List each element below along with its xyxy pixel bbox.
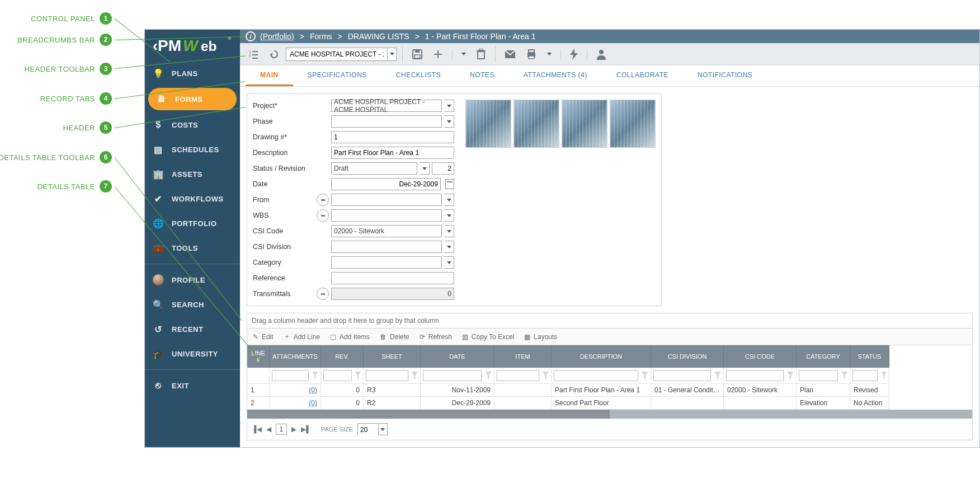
calendar-icon[interactable]: [445, 179, 454, 189]
col-date[interactable]: DATE: [421, 345, 494, 368]
tab-notes[interactable]: NOTES: [455, 65, 509, 86]
filter-icon[interactable]: [312, 372, 318, 379]
sidebar-item-assets[interactable]: 🏢ASSETS: [145, 162, 240, 186]
col-category[interactable]: CATEGORY: [797, 345, 850, 368]
filter-input[interactable]: [799, 370, 838, 381]
add-items-button[interactable]: ▢Add Items: [330, 332, 370, 341]
reference-input[interactable]: [331, 272, 454, 284]
list-numbered-icon[interactable]: 12: [246, 46, 262, 63]
project-field[interactable]: ACME HOSPITAL PROJECT - ACME HOSPITAL: [331, 100, 442, 112]
filter-input[interactable]: [554, 370, 638, 381]
sidebar-item-plans[interactable]: 💡PLANS: [145, 61, 240, 86]
cell[interactable]: R2: [364, 397, 421, 410]
category-field[interactable]: [331, 256, 442, 269]
filter-input[interactable]: [366, 370, 408, 381]
thumbnail-icon[interactable]: [465, 100, 511, 148]
status-field[interactable]: Draft: [331, 162, 417, 175]
cell[interactable]: Revised: [850, 384, 889, 397]
thumbnail-icon[interactable]: [513, 100, 559, 148]
cell[interactable]: Part First Floor Plan - Area 1: [552, 384, 651, 397]
col-csidivision[interactable]: CSI DIVISION: [651, 345, 724, 368]
filter-icon[interactable]: [543, 372, 549, 379]
attachments-link[interactable]: (0): [309, 386, 317, 394]
filter-icon[interactable]: [642, 372, 648, 379]
filter-icon[interactable]: [412, 372, 418, 379]
layouts-button[interactable]: ▦Layouts: [524, 332, 557, 341]
delete-line-button[interactable]: 🗑Delete: [380, 332, 409, 341]
cell[interactable]: 1: [247, 384, 270, 397]
prev-page-icon[interactable]: ◀: [266, 425, 271, 433]
cell[interactable]: No Action: [850, 397, 889, 410]
dropdown-icon[interactable]: [420, 162, 430, 175]
filter-icon[interactable]: [787, 372, 794, 379]
attachments-link[interactable]: (0): [309, 399, 317, 407]
bolt-icon[interactable]: [567, 45, 581, 63]
cell[interactable]: Elevation: [797, 397, 850, 410]
tab-collaborate[interactable]: COLLABORATE: [602, 65, 683, 86]
tab-notifications[interactable]: NOTIFICATIONS: [683, 65, 767, 86]
first-page-icon[interactable]: ▐◀: [252, 425, 262, 433]
edit-button[interactable]: ✎Edit: [253, 332, 274, 341]
email-button[interactable]: [501, 46, 519, 62]
cell[interactable]: 01 - General Conditions: [651, 384, 724, 397]
add-line-button[interactable]: ＋Add Line: [284, 332, 320, 341]
group-by-hint[interactable]: Drag a column header and drop it here to…: [247, 313, 972, 329]
thumbnail-icon[interactable]: [562, 100, 607, 148]
col-line[interactable]: LINE #: [247, 345, 270, 368]
info-icon[interactable]: i: [246, 31, 256, 41]
cell[interactable]: 2: [247, 397, 270, 410]
description-input[interactable]: [331, 147, 454, 159]
filter-icon[interactable]: [714, 372, 721, 379]
horizontal-scrollbar[interactable]: [247, 410, 972, 419]
refresh-button[interactable]: ⟳Refresh: [420, 332, 452, 341]
sidebar-item-exit[interactable]: ⎋EXIT: [145, 373, 240, 398]
dropdown-icon[interactable]: [444, 209, 454, 222]
drawingno-input[interactable]: [331, 131, 454, 143]
thumbnail-icon[interactable]: [610, 100, 656, 148]
col-rev[interactable]: REV.: [321, 345, 364, 368]
sidebar-item-costs[interactable]: $COSTS: [145, 112, 240, 137]
cell[interactable]: Nov-11-2009: [421, 384, 494, 397]
add-dropdown-icon[interactable]: [458, 49, 469, 59]
sidebar-item-search[interactable]: 🔍SEARCH: [145, 292, 240, 317]
undo-history-icon[interactable]: [266, 46, 282, 63]
csicode-field[interactable]: 02000 - Sitework: [331, 225, 442, 237]
filter-icon[interactable]: [485, 372, 492, 379]
filter-input[interactable]: [852, 370, 878, 381]
filter-icon[interactable]: [355, 372, 361, 379]
filter-icon[interactable]: [841, 372, 847, 379]
dropdown-icon[interactable]: [378, 424, 387, 435]
filter-input[interactable]: [323, 370, 352, 381]
col-description[interactable]: DESCRIPTION: [552, 345, 651, 368]
page-size-combo[interactable]: [357, 423, 388, 435]
next-page-icon[interactable]: ▶: [291, 425, 296, 433]
filter-input[interactable]: [497, 370, 539, 381]
filter-input[interactable]: [423, 370, 482, 381]
cell[interactable]: Second Part Floor: [552, 397, 651, 410]
filter-input[interactable]: [726, 370, 784, 381]
add-button[interactable]: [430, 46, 446, 63]
cell[interactable]: 02000 - Sitework: [724, 384, 797, 397]
cell[interactable]: 0: [321, 397, 364, 410]
sidebar-item-portfolio[interactable]: 🌐PORTFOLIO: [145, 211, 240, 236]
cell[interactable]: [724, 397, 797, 410]
cell[interactable]: R3: [364, 384, 421, 397]
dropdown-icon[interactable]: [444, 194, 454, 206]
wbs-field[interactable]: [331, 209, 442, 222]
cell[interactable]: [494, 397, 552, 410]
phase-field[interactable]: [331, 115, 442, 128]
page-size-input[interactable]: [358, 424, 378, 436]
copy-to-excel-button[interactable]: ▧Copy To Excel: [462, 332, 514, 341]
lookup-icon[interactable]: •••: [317, 288, 329, 300]
sidebar-item-recent[interactable]: ↺RECENT: [145, 317, 240, 341]
sidebar-item-profile[interactable]: PROFILE: [145, 268, 240, 292]
tab-specifications[interactable]: SPECIFICATIONS: [293, 65, 381, 86]
tab-main[interactable]: MAIN: [246, 65, 293, 86]
cell[interactable]: Dec-29-2009: [421, 397, 494, 410]
filter-input[interactable]: [653, 370, 711, 381]
dropdown-icon[interactable]: [444, 225, 454, 237]
col-sheet[interactable]: SHEET: [364, 345, 421, 368]
cell[interactable]: [651, 397, 724, 410]
delete-button[interactable]: [473, 45, 489, 63]
tab-attachments[interactable]: ATTACHMENTS (4): [509, 65, 602, 86]
